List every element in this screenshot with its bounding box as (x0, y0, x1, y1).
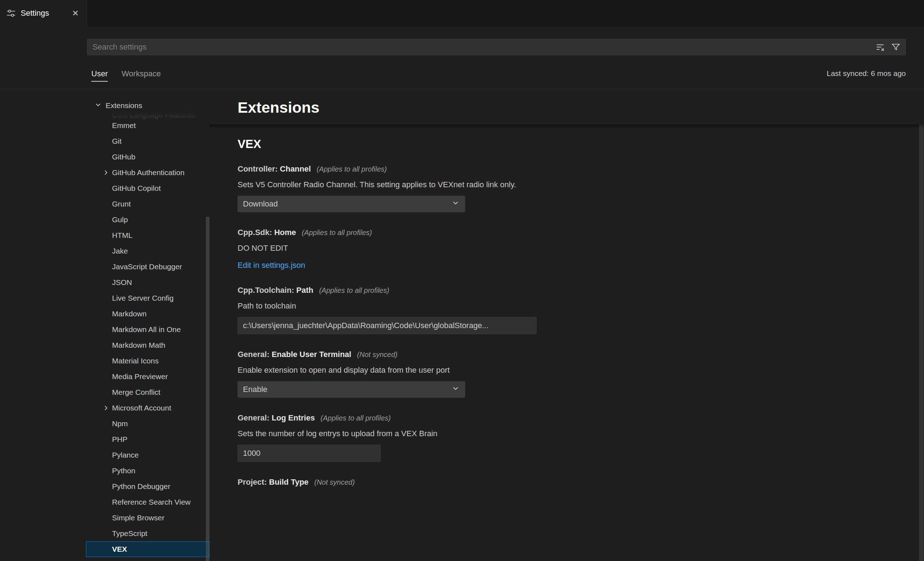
toc-item[interactable]: Pylance (86, 447, 209, 463)
toc-item[interactable]: Media Previewer (86, 369, 209, 384)
setting-text-input[interactable] (238, 445, 381, 462)
toc-item[interactable]: TypeScript (86, 526, 209, 542)
toc-item[interactable]: Markdown All in One (86, 322, 209, 338)
last-synced-label: Last synced: 6 mos ago (826, 69, 906, 78)
search-input[interactable] (87, 39, 906, 55)
toc-item[interactable]: GitHub Copilot (86, 180, 209, 196)
tab-workspace[interactable]: Workspace (122, 69, 161, 81)
toc-item-label: TypeScript (112, 529, 147, 538)
toc-item-label: Pylance (112, 451, 139, 459)
toc-item[interactable]: Emmet (86, 118, 209, 134)
setting-item: General: Log Entries (Applies to all pro… (238, 412, 885, 462)
setting-item: General: Enable User Terminal (Not synce… (238, 349, 885, 398)
toc-item-label: Live Server Config (112, 294, 174, 302)
toc-item[interactable]: Reference Search View (86, 494, 209, 510)
setting-category: Controller: (238, 164, 280, 173)
setting-category: General: (238, 350, 272, 359)
setting-title: Cpp.Sdk: Home (Applies to all profiles) (238, 227, 885, 238)
settings-list: Controller: Channel (Applies to all prof… (238, 164, 885, 488)
setting-control (238, 445, 885, 462)
toc-item[interactable]: Gulp (86, 212, 209, 228)
toc-item-label: Npm (112, 419, 128, 428)
edit-in-settings-json-link[interactable]: Edit in settings.json (238, 261, 305, 270)
setting-text-input[interactable] (238, 317, 537, 334)
setting-key: Build Type (269, 477, 309, 486)
category-heading: Extensions (238, 98, 319, 117)
setting-category: Project: (238, 477, 269, 486)
toc-root-extensions[interactable]: Extensions (86, 98, 209, 113)
toc-item[interactable]: GitHub Authentication (86, 165, 209, 180)
setting-control (238, 317, 885, 334)
setting-category: Cpp.Sdk: (238, 228, 274, 237)
toc-item[interactable]: Markdown (86, 306, 209, 322)
setting-dropdown[interactable]: Download (238, 196, 465, 212)
toc-item[interactable]: Python Debugger (86, 478, 209, 494)
toc-item-label: Reference Search View (112, 498, 190, 506)
toc-item[interactable]: HTML (86, 228, 209, 243)
toc-item[interactable]: Python (86, 463, 209, 478)
clear-filters-icon[interactable] (874, 41, 886, 53)
toc-item[interactable]: PHP (86, 432, 209, 447)
section-heading: VEX (238, 136, 885, 152)
toc-item[interactable]: Git (86, 134, 209, 149)
setting-item: Project: Build Type (Not synced) (238, 477, 885, 488)
setting-item: Cpp.Toolchain: Path (Applies to all prof… (238, 285, 885, 334)
toc-item[interactable]: Grunt (86, 196, 209, 212)
setting-scope: (Applies to all profiles) (316, 165, 387, 173)
toc-item[interactable]: Simple Browser (86, 510, 209, 526)
toc-item-label: Gulp (112, 215, 128, 224)
setting-scope: (Not synced) (314, 478, 355, 486)
setting-scope: (Applies to all profiles) (302, 229, 372, 237)
setting-dropdown[interactable]: Enable (238, 381, 465, 398)
toc-item-label: Microsoft Account (112, 404, 171, 412)
settings-list-wrap: VEX Controller: Channel (Applies to all … (238, 124, 885, 561)
setting-title: Cpp.Toolchain: Path (Applies to all prof… (238, 285, 885, 296)
settings-tab[interactable]: Settings ✕ (0, 0, 87, 26)
toc-item[interactable]: GitHub (86, 149, 209, 165)
close-icon[interactable]: ✕ (70, 8, 80, 19)
setting-description: Sets the number of log entrys to upload … (238, 428, 885, 439)
toc-item[interactable]: Markdown Math (86, 338, 209, 353)
main-scrollbar[interactable] (919, 124, 924, 561)
toc-item-label: Emmet (112, 121, 136, 130)
toc-item[interactable]: Live Server Config (86, 290, 209, 306)
dropdown-chevron-icon (451, 199, 460, 209)
setting-item: Controller: Channel (Applies to all prof… (238, 164, 885, 212)
toc-item[interactable]: JSON (86, 274, 209, 290)
dropdown-chevron-icon (451, 384, 460, 395)
tab-user[interactable]: User (92, 69, 108, 82)
setting-key: Log Entries (272, 413, 315, 422)
setting-description: Enable extension to open and display dat… (238, 365, 885, 375)
toc-item-label: Grunt (112, 200, 131, 208)
toc-scrollbar[interactable] (206, 217, 209, 561)
toc-item[interactable]: Material Icons (86, 353, 209, 369)
setting-description: DO NOT EDIT (238, 243, 885, 254)
toc-item-label: PHP (112, 435, 128, 444)
toc-item-label: Python Debugger (112, 482, 170, 491)
toc-item-selected[interactable]: VEX (86, 542, 209, 557)
setting-title: General: Log Entries (Applies to all pro… (238, 412, 885, 423)
setting-key: Enable User Terminal (272, 350, 351, 359)
toc-item[interactable]: JavaScript Debugger (86, 259, 209, 274)
settings-main: Extensions VEX Controller: Channel (Appl… (209, 89, 924, 561)
setting-description: Path to toolchain (238, 301, 885, 311)
setting-description: Sets V5 Controller Radio Channel. This s… (238, 179, 885, 190)
toc-item-label: JSON (112, 278, 132, 287)
tab-title: Settings (21, 9, 49, 18)
toc-item-label: Markdown (112, 310, 147, 318)
toc-item-label: Jake (112, 247, 128, 255)
toc-item-label: Python (112, 466, 135, 475)
toc-item-label: Git (112, 137, 122, 146)
filter-icon[interactable] (890, 41, 902, 53)
toc-item[interactable]: Merge Conflict (86, 384, 209, 400)
toc-item[interactable]: Microsoft Account (86, 400, 209, 416)
toc-item-label: Media Previewer (112, 372, 168, 381)
chevron-right-icon (102, 169, 110, 178)
toc-item[interactable]: Npm (86, 416, 209, 432)
chevron-down-icon (94, 101, 102, 111)
setting-key: Channel (280, 164, 311, 173)
setting-control: Enable (238, 381, 885, 398)
toc-item[interactable]: Jake (86, 243, 209, 259)
settings-scope-tabs: User Workspace Last synced: 6 mos ago (0, 64, 924, 88)
toc-item-label: Markdown Math (112, 341, 165, 350)
